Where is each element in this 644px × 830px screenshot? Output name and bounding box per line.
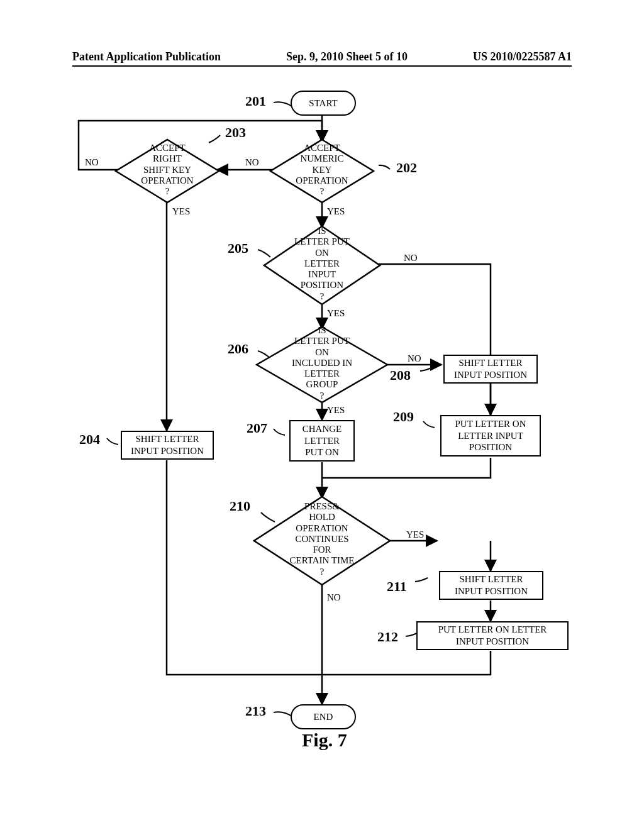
process-212: PUT LETTER ON LETTER INPUT POSITION bbox=[416, 621, 569, 650]
decision-202: ACCEPT NUMERIC KEY OPERATION ? bbox=[269, 138, 375, 204]
ref-203: 203 bbox=[225, 124, 246, 141]
end-label: END bbox=[314, 712, 333, 722]
label-no-203: NO bbox=[85, 157, 99, 168]
decision-210-text: PRESS& HOLD OPERATION CONTINUES FOR CERT… bbox=[287, 501, 357, 577]
page-header: Patent Application Publication Sep. 9, 2… bbox=[72, 50, 572, 64]
decision-205-text: IS LETTER PUT ON LETTER INPUT POSITION ? bbox=[292, 226, 352, 302]
decision-203: ACCEPT RIGHT SHIFT KEY OPERATION ? bbox=[114, 138, 220, 204]
ref-211: 211 bbox=[387, 578, 407, 595]
terminator-end: END bbox=[291, 704, 356, 729]
ref-206: 206 bbox=[228, 341, 248, 357]
decision-206-text: IS LETTER PUT ON INCLUDED IN LETTER GROU… bbox=[289, 325, 355, 401]
ref-212: 212 bbox=[377, 629, 398, 645]
process-211-text: SHIFT LETTER INPUT POSITION bbox=[455, 573, 528, 597]
ref-204: 204 bbox=[79, 431, 100, 448]
process-208: SHIFT LETTER INPUT POSITION bbox=[443, 355, 538, 384]
process-207-text: CHANGE LETTER PUT ON bbox=[303, 423, 342, 458]
header-rule bbox=[72, 65, 572, 67]
process-204-text: SHIFT LETTER INPUT POSITION bbox=[131, 433, 204, 457]
ref-210: 210 bbox=[230, 498, 250, 514]
label-yes-202: YES bbox=[327, 206, 345, 217]
decision-206: IS LETTER PUT ON INCLUDED IN LETTER GROU… bbox=[255, 326, 389, 404]
start-label: START bbox=[309, 98, 337, 109]
ref-207: 207 bbox=[247, 420, 267, 436]
label-yes-210: YES bbox=[406, 529, 424, 540]
ref-202: 202 bbox=[396, 160, 417, 176]
label-yes-205: YES bbox=[327, 308, 345, 319]
figure-caption: Fig. 7 bbox=[302, 729, 347, 751]
label-yes-203: YES bbox=[172, 206, 190, 217]
label-no-206: NO bbox=[408, 353, 421, 364]
header-left: Patent Application Publication bbox=[72, 50, 221, 64]
decision-210: PRESS& HOLD OPERATION CONTINUES FOR CERT… bbox=[253, 495, 391, 586]
page: Patent Application Publication Sep. 9, 2… bbox=[0, 0, 644, 830]
label-no-205: NO bbox=[404, 253, 418, 263]
ref-213: 213 bbox=[245, 703, 266, 719]
ref-205: 205 bbox=[228, 240, 248, 257]
decision-205: IS LETTER PUT ON LETTER INPUT POSITION ? bbox=[263, 225, 381, 306]
flowchart: START ACCEPT NUMERIC KEY OPERATION ? ACC… bbox=[63, 82, 585, 748]
ref-201: 201 bbox=[245, 93, 266, 109]
header-right: US 2010/0225587 A1 bbox=[473, 50, 572, 64]
process-209-text: PUT LETTER ON LETTER INPUT POSITION bbox=[455, 418, 526, 453]
decision-203-text: ACCEPT RIGHT SHIFT KEY OPERATION ? bbox=[141, 143, 194, 197]
process-207: CHANGE LETTER PUT ON bbox=[289, 420, 355, 462]
process-209: PUT LETTER ON LETTER INPUT POSITION bbox=[440, 415, 541, 456]
process-204: SHIFT LETTER INPUT POSITION bbox=[121, 431, 214, 460]
label-yes-206: YES bbox=[327, 405, 345, 416]
process-212-text: PUT LETTER ON LETTER INPUT POSITION bbox=[438, 624, 547, 648]
label-no-202: NO bbox=[245, 157, 259, 168]
process-208-text: SHIFT LETTER INPUT POSITION bbox=[454, 357, 527, 381]
process-211: SHIFT LETTER INPUT POSITION bbox=[439, 571, 543, 600]
label-no-210: NO bbox=[327, 592, 341, 603]
ref-208: 208 bbox=[390, 367, 411, 384]
ref-209: 209 bbox=[393, 409, 414, 425]
decision-202-text: ACCEPT NUMERIC KEY OPERATION ? bbox=[296, 143, 348, 197]
header-center: Sep. 9, 2010 Sheet 5 of 10 bbox=[286, 50, 408, 64]
terminator-start: START bbox=[291, 91, 356, 116]
